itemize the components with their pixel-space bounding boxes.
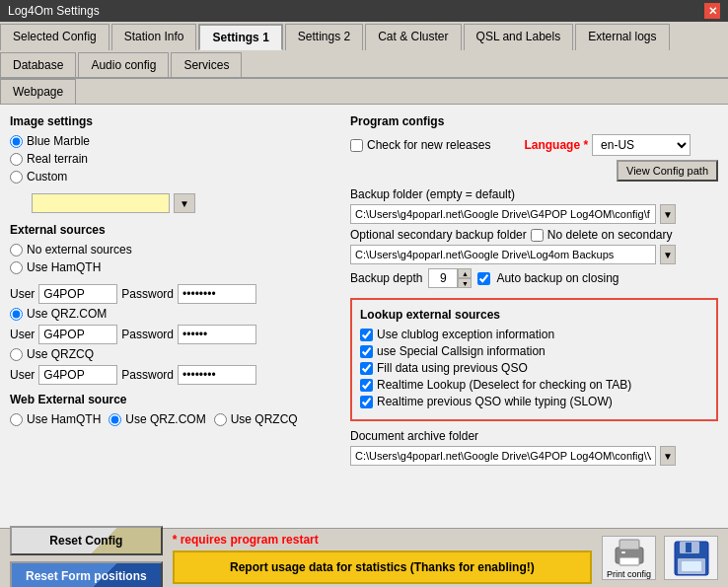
right-column: Program configs Check for new releases L… [350,114,718,470]
tab-database[interactable]: Database [0,52,76,77]
qrz-label: Use QRZ.COM [27,307,107,321]
backup-depth-input[interactable] [428,268,458,288]
main-content: Image settings Blue MarbleReal terrainCu… [0,105,728,559]
pass3-label: Password [121,368,174,382]
web-qrz-label: Use QRZ.COM [125,412,205,426]
pass3-input[interactable] [178,365,256,385]
backup-depth-label: Backup depth [350,271,422,285]
check-releases-checkbox[interactable] [350,139,363,152]
lookup-item-2: Fill data using previous QSO [360,361,708,375]
user1-label: User [10,287,35,301]
tab-webpage[interactable]: Webpage [0,79,76,104]
tab-selected-config[interactable]: Selected Config [0,24,109,50]
user2-row: User Password [10,325,335,344]
lookup-label-2: Fill data using previous QSO [377,361,528,375]
user2-input[interactable] [38,325,117,344]
pass2-input[interactable] [178,325,256,344]
image-radio-1[interactable] [10,153,23,166]
user1-row: User Password [10,284,335,304]
image-label-0: Blue Marble [27,134,90,148]
lookup-checkbox-1[interactable] [360,345,373,358]
custom-color-box[interactable] [32,193,170,213]
report-btn[interactable]: Report usage data for statistics (Thanks… [173,550,592,584]
svg-rect-1 [619,540,639,550]
qrz-radio-row: Use QRZ.COM [10,307,335,321]
pass1-input[interactable] [178,284,256,304]
backup-depth-row: Backup depth ▲ ▼ Auto backup on closing [350,268,718,288]
tab-audio-config[interactable]: Audio config [78,52,169,77]
doc-archive-btn[interactable]: ▼ [660,446,676,466]
user2-label: User [10,328,35,341]
qrzcq-radio[interactable] [10,348,23,361]
tab-cat---cluster[interactable]: Cat & Cluster [365,24,461,50]
backup-depth-spinner: ▲ ▼ [428,268,472,288]
tab-settings-1[interactable]: Settings 1 [198,24,282,50]
image-radio-0[interactable] [10,135,23,148]
print-icon-area: Print config [602,536,718,580]
printer-icon[interactable]: Print config [602,536,656,580]
bottom-bar: Reset Config Reset Form positions * requ… [0,528,728,587]
document-archive: Document archive folder ▼ [350,429,718,466]
spin-down-btn[interactable]: ▼ [458,278,472,288]
backup-folder-label: Backup folder (empty = default) [350,187,718,201]
no-ext-radio-row: No external sources [10,243,335,257]
language-asterisk-label: Language * [524,138,588,152]
image-option-2: Custom [10,170,335,183]
print-config-area: Print config [602,536,656,580]
secondary-folder-btn[interactable]: ▼ [660,245,676,264]
custom-color-btn[interactable]: ▼ [174,193,195,213]
spin-up-btn[interactable]: ▲ [458,268,472,278]
lookup-label-0: Use clublog exception information [377,328,554,341]
lookup-item-0: Use clublog exception information [360,328,708,341]
lookup-item-4: Realtime previous QSO while typing (SLOW… [360,395,708,408]
close-button[interactable]: ✕ [704,3,720,19]
user3-input[interactable] [38,365,117,385]
program-configs: Program configs Check for new releases L… [350,114,718,288]
backup-folder-input[interactable] [350,204,656,224]
image-settings-group: Blue MarbleReal terrainCustom [10,134,335,183]
language-select[interactable]: en-US [592,134,691,156]
web-ext-row: Use HamQTH Use QRZ.COM Use QRZCQ [10,412,335,426]
image-radio-2[interactable] [10,171,23,183]
hamqth-radio[interactable] [10,261,23,274]
image-label-2: Custom [27,170,67,183]
svg-rect-3 [621,551,625,553]
lookup-checkbox-4[interactable] [360,396,373,408]
web-qrz-radio[interactable] [109,413,121,426]
reset-form-btn[interactable]: Reset Form positions [10,561,163,588]
lookup-checkbox-0[interactable] [360,329,373,341]
web-hamqth-radio[interactable] [10,413,23,426]
tab-qsl-and-labels[interactable]: QSL and Labels [464,24,574,50]
lookup-item-3: Realtime Lookup (Deselect for checking o… [360,378,708,392]
lookup-item-1: use Special Callsign information [360,344,708,358]
left-column: Image settings Blue MarbleReal terrainCu… [10,114,335,470]
lookup-checkbox-2[interactable] [360,362,373,375]
doc-archive-input[interactable] [350,446,656,466]
reset-config-btn[interactable]: Reset Config [10,526,163,555]
tab-station-info[interactable]: Station Info [111,24,197,50]
secondary-folder-input[interactable] [350,245,656,264]
backup-folder-btn[interactable]: ▼ [660,204,676,224]
lookup-title: Lookup external sources [360,308,708,322]
lookup-checkbox-3[interactable] [360,379,373,392]
backup-folder-row: ▼ [350,204,718,224]
tab-services[interactable]: Services [171,52,242,77]
qrz-radio[interactable] [10,308,23,321]
auto-backup-checkbox[interactable] [477,272,490,285]
print-label: Print config [607,569,651,579]
user1-input[interactable] [38,284,117,304]
no-delete-checkbox[interactable] [531,229,544,242]
bottom-center: * requires program restart Report usage … [173,533,592,584]
no-ext-label: No external sources [27,243,132,257]
view-config-btn[interactable]: View Config path [617,160,718,182]
lookup-label-3: Realtime Lookup (Deselect for checking o… [377,378,631,392]
web-qrz-row: Use QRZ.COM [109,412,205,426]
floppy-icon[interactable] [664,536,718,580]
optional-backup-row: Optional secondary backup folder No dele… [350,228,718,242]
lookup-label-1: use Special Callsign information [377,344,546,358]
web-qrzcq-radio[interactable] [214,413,227,426]
tab-settings-2[interactable]: Settings 2 [285,24,363,50]
tab-external-logs[interactable]: External logs [575,24,669,50]
no-ext-radio[interactable] [10,244,23,257]
check-releases-label: Check for new releases [367,138,490,152]
